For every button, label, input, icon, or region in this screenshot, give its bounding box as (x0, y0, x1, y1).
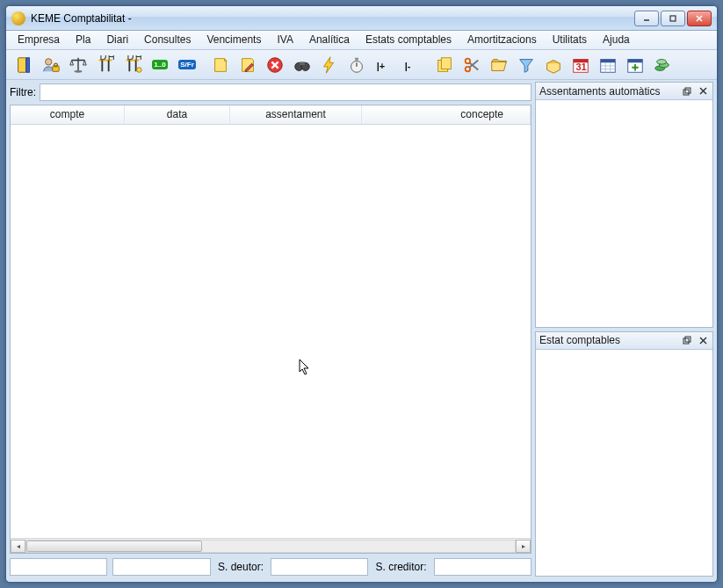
svg-rect-44 (601, 59, 616, 62)
svg-text:D: D (100, 55, 107, 62)
footer-row: S. deutor: S. creditor: (10, 555, 531, 577)
svg-text:D: D (127, 55, 134, 62)
col-concepte[interactable]: concepte (362, 105, 531, 124)
filter-input[interactable] (40, 83, 531, 101)
creditor-value[interactable] (434, 558, 531, 576)
menu-utilitats[interactable]: Utilitats (545, 31, 595, 49)
state-panel: Estat comptables (535, 331, 713, 577)
svg-rect-57 (685, 88, 690, 93)
letter-d-icon[interactable]: DH (93, 53, 118, 77)
svg-text:|+: |+ (377, 60, 386, 70)
svg-text:H: H (135, 55, 142, 62)
footer-field-1[interactable] (10, 558, 107, 576)
undock-icon[interactable] (681, 334, 693, 346)
close-panel-icon[interactable] (697, 334, 709, 346)
svg-rect-60 (683, 338, 689, 344)
creditor-label: S. creditor: (373, 561, 428, 573)
note-icon[interactable] (208, 53, 233, 77)
svg-text:H: H (108, 55, 115, 62)
undock-icon[interactable] (681, 85, 693, 98)
entries-table: compte data assentament concepte ◂ ▸ (10, 105, 531, 554)
filter-label: Filtre: (10, 86, 36, 98)
horizontal-scrollbar[interactable]: ◂ ▸ (11, 538, 531, 553)
svg-rect-4 (18, 57, 26, 72)
auto-entries-panel: Assentaments automàtics (535, 82, 713, 328)
maximize-button[interactable] (661, 11, 685, 26)
menu-pla[interactable]: Pla (68, 31, 98, 49)
table-header: compte data assentament concepte (11, 105, 531, 125)
svg-rect-5 (26, 57, 30, 72)
decrement-icon[interactable]: |- (399, 53, 423, 77)
auto-entries-body[interactable] (536, 100, 712, 327)
content-area: Filtre: compte data assentament concepte… (6, 80, 717, 582)
footer-field-2[interactable] (112, 558, 210, 576)
scroll-right-arrow[interactable]: ▸ (516, 540, 531, 553)
filter-icon[interactable] (514, 53, 539, 77)
calendar-plus-icon[interactable] (623, 53, 647, 77)
menu-empresa[interactable]: Empresa (10, 31, 68, 49)
letter-h-icon[interactable]: DH (120, 53, 145, 77)
book-icon[interactable] (11, 53, 36, 77)
user-lock-icon[interactable] (39, 53, 63, 77)
debtor-value[interactable] (271, 558, 368, 576)
balance-icon[interactable] (66, 53, 90, 77)
menu-diari[interactable]: Diari (98, 31, 136, 49)
window-title: KEME Comptabilitat - (31, 12, 634, 25)
svg-rect-31 (355, 57, 358, 60)
svg-rect-28 (300, 62, 305, 65)
right-pane: Assentaments automàtics Estat comptables (535, 82, 713, 577)
col-data[interactable]: data (125, 105, 230, 124)
svg-rect-56 (683, 90, 689, 95)
menu-iva[interactable]: IVA (269, 31, 300, 49)
svg-point-6 (46, 58, 52, 64)
auto-entries-title: Assentaments automàtics (539, 85, 677, 98)
calendar-grid-icon[interactable] (596, 53, 620, 77)
svg-rect-8 (54, 63, 58, 67)
scroll-thumb[interactable] (26, 541, 202, 552)
close-panel-icon[interactable] (697, 85, 709, 98)
stopwatch-icon[interactable] (344, 53, 369, 77)
state-panel-body[interactable] (536, 350, 712, 577)
menu-venciments[interactable]: Venciments (199, 31, 269, 49)
money-icon[interactable] (650, 53, 675, 77)
titlebar: KEME Comptabilitat - (6, 6, 717, 31)
folder-open-icon[interactable] (487, 53, 511, 77)
auto-entries-header[interactable]: Assentaments automàtics (536, 83, 712, 100)
notes-stack-icon[interactable] (432, 53, 457, 77)
numeric-badge-icon[interactable]: 1..0 (148, 53, 172, 77)
menu-ajuda[interactable]: Ajuda (595, 31, 638, 49)
menu-analitica[interactable]: Analítica (301, 31, 358, 49)
menu-amortitzacions[interactable]: Amortitzacions (459, 31, 545, 49)
menu-estats[interactable]: Estats comptables (358, 31, 459, 49)
col-assentament[interactable]: assentament (230, 105, 362, 124)
scroll-track[interactable] (25, 540, 516, 553)
box-open-icon[interactable] (541, 53, 566, 77)
app-window: KEME Comptabilitat - Empresa Pla Diari C… (5, 5, 718, 583)
binoculars-icon[interactable] (290, 53, 315, 77)
svg-point-11 (74, 69, 82, 72)
menubar: Empresa Pla Diari Consultes Venciments I… (6, 31, 717, 50)
svg-rect-35 (441, 57, 451, 69)
increment-icon[interactable]: |+ (372, 53, 396, 77)
filter-row: Filtre: (10, 82, 531, 103)
app-icon (11, 11, 25, 25)
sfr-badge-icon[interactable]: S/Fr (175, 53, 199, 77)
calendar-red-icon[interactable]: 31 (568, 53, 593, 77)
state-panel-header[interactable]: Estat comptables (536, 332, 712, 350)
edit-note-icon[interactable] (235, 53, 260, 77)
scissors-icon[interactable] (459, 53, 484, 77)
scroll-left-arrow[interactable]: ◂ (11, 540, 25, 553)
svg-text:31: 31 (576, 61, 587, 71)
left-pane: Filtre: compte data assentament concepte… (10, 82, 531, 577)
menu-consultes[interactable]: Consultes (136, 31, 199, 49)
minimize-button[interactable] (634, 11, 659, 26)
lightning-icon[interactable] (317, 53, 342, 77)
close-button[interactable] (687, 11, 712, 26)
col-compte[interactable]: compte (11, 105, 125, 124)
debtor-label: S. deutor: (216, 561, 265, 573)
svg-rect-61 (685, 337, 690, 342)
cancel-icon[interactable] (263, 53, 287, 77)
table-body[interactable] (11, 125, 531, 538)
toolbar: DH DH 1..0 S/Fr |+ |- 31 (6, 50, 717, 80)
svg-point-22 (137, 67, 142, 72)
